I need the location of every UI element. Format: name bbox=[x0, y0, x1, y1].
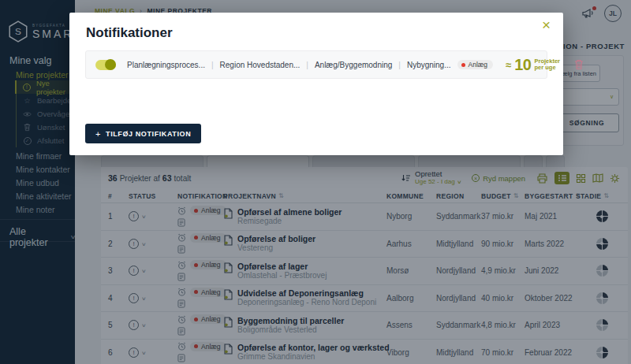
segment-separator: | bbox=[306, 61, 308, 69]
plus-icon: + bbox=[95, 129, 101, 139]
filter-segment: Anlæg/Byggemodning bbox=[315, 61, 392, 69]
notifications-modal: Notifikationer × Planlægningsproces... |… bbox=[69, 13, 563, 155]
filter-segment: Region Hovedstaden... bbox=[220, 61, 301, 69]
close-icon[interactable]: × bbox=[542, 17, 551, 33]
segment-separator: | bbox=[211, 61, 214, 69]
segment-separator: | bbox=[398, 61, 401, 69]
modal-title: Notifikationer bbox=[86, 25, 173, 41]
notification-rule-row: Planlægningsproces... | Region Hovedstad… bbox=[85, 50, 547, 79]
add-notification-button[interactable]: + TILFØJ NOTIFIKATION bbox=[85, 124, 201, 143]
filter-segment: Nybygning... bbox=[407, 61, 451, 69]
filter-segment: Planlægningsproces... bbox=[127, 61, 205, 69]
red-dot-icon bbox=[461, 63, 465, 67]
approx-icon: ≈ bbox=[506, 59, 511, 71]
app-root: S BYGGEFAKTA SMART Mine valg Mine projek… bbox=[0, 0, 631, 364]
notification-toggle[interactable] bbox=[95, 60, 116, 70]
delete-notification-icon[interactable] bbox=[574, 59, 584, 70]
projects-per-week: ≈ 10 Projekter per uge bbox=[506, 56, 560, 74]
category-badge: Anlæg bbox=[457, 60, 494, 69]
toggle-knob bbox=[105, 59, 116, 70]
projects-count: 10 bbox=[514, 56, 531, 74]
